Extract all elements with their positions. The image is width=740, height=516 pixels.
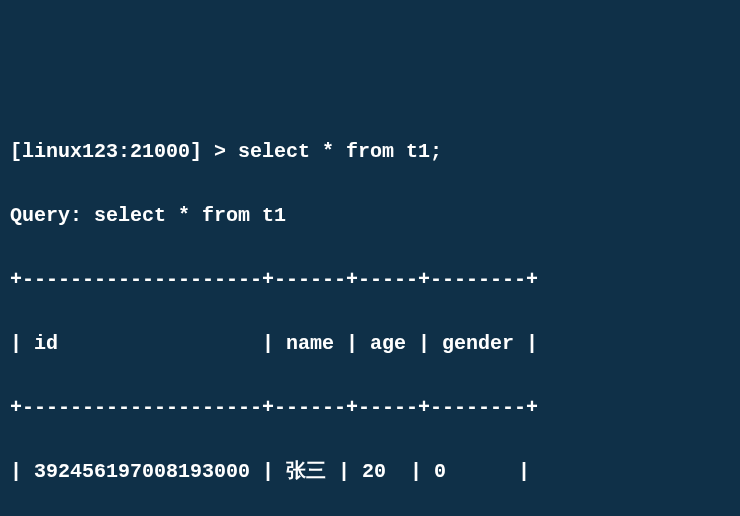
prompt-line[interactable]: [linux123:21000] > select * from t1; — [10, 136, 730, 168]
prompt-command: select * from t1; — [238, 140, 442, 163]
prompt-cursor: > — [214, 140, 226, 163]
prompt-host: [linux123:21000] — [10, 140, 202, 163]
table-row: | 392456197008193000 | 张三 | 20 | 0 | — [10, 456, 730, 488]
table-header: | id | name | age | gender | — [10, 328, 730, 360]
query-echo: Query: select * from t1 — [10, 200, 730, 232]
table-separator-top: +--------------------+------+-----+-----… — [10, 264, 730, 296]
table-separator-mid: +--------------------+------+-----+-----… — [10, 392, 730, 424]
